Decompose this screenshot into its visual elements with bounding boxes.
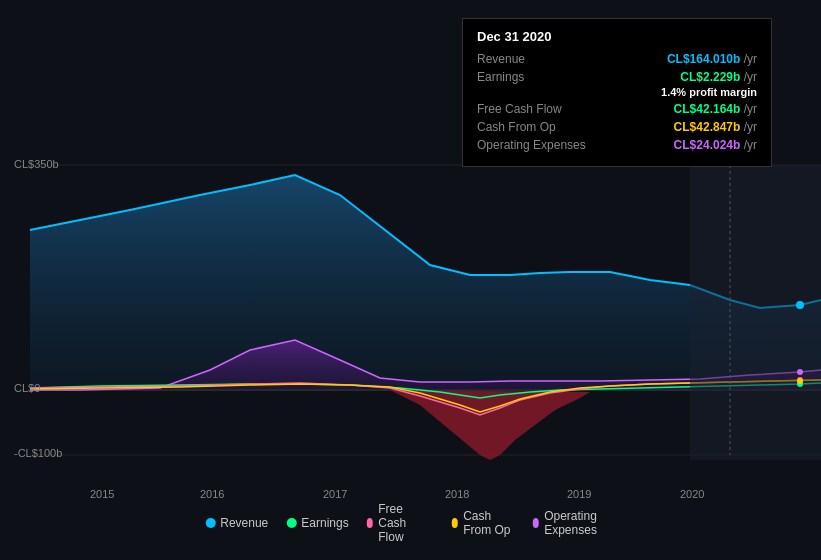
legend-label-cashfromop: Cash From Op <box>463 509 514 537</box>
legend-item-opex[interactable]: Operating Expenses <box>533 509 616 537</box>
tooltip-row-earnings: Earnings CL$2.229b /yr <box>477 70 757 84</box>
legend-dot-revenue <box>205 518 215 528</box>
tooltip-date: Dec 31 2020 <box>477 29 757 44</box>
legend-label-opex: Operating Expenses <box>544 509 616 537</box>
svg-point-10 <box>797 369 803 375</box>
svg-rect-4 <box>690 165 821 460</box>
tooltip-label-fcf: Free Cash Flow <box>477 102 597 116</box>
x-label-2017: 2017 <box>323 488 347 500</box>
tooltip-label-earnings: Earnings <box>477 70 597 84</box>
legend-label-earnings: Earnings <box>301 516 348 530</box>
tooltip-label-opex: Operating Expenses <box>477 138 597 152</box>
tooltip-box: Dec 31 2020 Revenue CL$164.010b /yr Earn… <box>462 18 772 167</box>
chart-container: CL$350b CL$0 -CL$100b 2015 2016 2017 201… <box>0 0 821 560</box>
legend-dot-opex <box>533 518 540 528</box>
tooltip-value-opex: CL$24.024b /yr <box>674 138 757 152</box>
x-label-2015: 2015 <box>90 488 114 500</box>
tooltip-value-cashfromop: CL$42.847b /yr <box>674 120 757 134</box>
x-label-2016: 2016 <box>200 488 224 500</box>
tooltip-value-earnings: CL$2.229b /yr <box>680 70 757 84</box>
x-label-2018: 2018 <box>445 488 469 500</box>
tooltip-value-revenue: CL$164.010b /yr <box>667 52 757 66</box>
svg-point-6 <box>796 301 804 309</box>
x-label-2019: 2019 <box>567 488 591 500</box>
legend-label-revenue: Revenue <box>220 516 268 530</box>
legend-label-fcf: Free Cash Flow <box>378 502 433 544</box>
svg-point-9 <box>797 378 803 384</box>
legend-item-revenue[interactable]: Revenue <box>205 516 268 530</box>
x-label-2020: 2020 <box>680 488 704 500</box>
y-label-bottom: -CL$100b <box>14 447 62 459</box>
legend-item-earnings[interactable]: Earnings <box>286 516 348 530</box>
tooltip-row-cashfromop: Cash From Op CL$42.847b /yr <box>477 120 757 134</box>
tooltip-label-revenue: Revenue <box>477 52 597 66</box>
tooltip-value-fcf: CL$42.164b /yr <box>674 102 757 116</box>
y-label-mid: CL$0 <box>14 382 40 394</box>
y-label-top: CL$350b <box>14 158 59 170</box>
tooltip-row-fcf: Free Cash Flow CL$42.164b /yr <box>477 102 757 116</box>
legend-dot-earnings <box>286 518 296 528</box>
tooltip-row-revenue: Revenue CL$164.010b /yr <box>477 52 757 66</box>
legend-item-cashfromop[interactable]: Cash From Op <box>452 509 515 537</box>
legend-dot-cashfromop <box>452 518 459 528</box>
chart-legend: Revenue Earnings Free Cash Flow Cash Fro… <box>205 502 616 544</box>
tooltip-row-opex: Operating Expenses CL$24.024b /yr <box>477 138 757 152</box>
tooltip-profit-margin: 1.4% profit margin <box>477 86 757 98</box>
legend-item-fcf[interactable]: Free Cash Flow <box>367 502 434 544</box>
legend-dot-fcf <box>367 518 374 528</box>
tooltip-label-cashfromop: Cash From Op <box>477 120 597 134</box>
